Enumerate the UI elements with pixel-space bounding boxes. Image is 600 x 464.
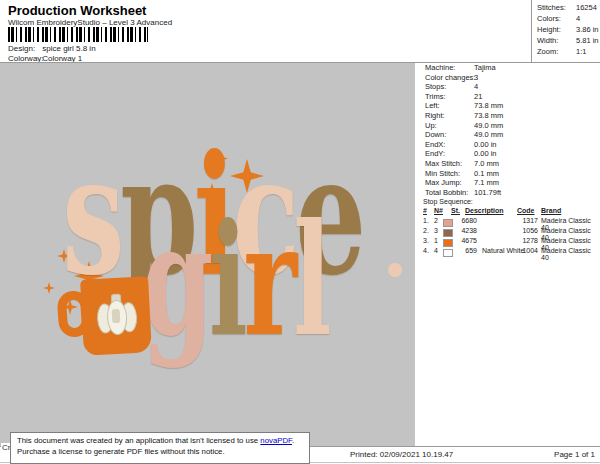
col-brand: Brand: [541, 207, 561, 214]
machine-row: Total Bobbin:101.79ft: [420, 188, 600, 198]
machine-row: Machine:Tajima: [420, 63, 600, 73]
machine-row: EndY:0.00 in: [420, 149, 600, 159]
stat-width: Width:5.81 in: [532, 36, 600, 47]
stop-sequence-table: Stop Sequence: # N# St. Description Code…: [420, 197, 600, 257]
stop-sequence-row: 3. 1 4675 1278 Madeira Classic 40: [420, 237, 600, 247]
stat-colors: Colors:4: [532, 14, 600, 25]
design-letter: i: [209, 189, 244, 369]
design-letter: g: [142, 189, 209, 369]
col-num: #: [423, 207, 427, 214]
design-letter: l: [293, 189, 328, 369]
machine-row: Trims:21: [420, 92, 600, 102]
sparkle-icon: [43, 282, 55, 294]
design-letter: r: [244, 189, 293, 369]
barcode-icon: [8, 27, 148, 42]
stop-sequence-row: 4. 4 659 Natural White 1004 Madeira Clas…: [420, 247, 600, 257]
pumpkin-icon: [93, 293, 139, 335]
machine-row: Right:73.8 mm: [420, 111, 600, 121]
printed-timestamp: Printed: 02/09/2021 10.19.47: [350, 450, 453, 459]
stop-sequence-title-row: Stop Sequence:: [420, 197, 600, 207]
stop-sequence-row: 1. 2 6680 1317 Madeira Classic 40: [420, 217, 600, 227]
machine-row: Left:73.8 mm: [420, 101, 600, 111]
mug-icon: [80, 276, 152, 355]
machine-row: Stops:4: [420, 82, 600, 92]
col-code: Code: [517, 207, 535, 214]
novapdf-notice: This document was created by an applicat…: [10, 432, 310, 464]
col-n: N#: [434, 207, 443, 214]
stop-sequence-header-row: # N# St. Description Code Brand: [420, 207, 600, 217]
machine-row: Down:49.0 mm: [420, 130, 600, 140]
stat-zoom: Zoom:1:1: [532, 47, 600, 58]
col-st: St.: [451, 207, 460, 214]
machine-row: Up:49.0 mm: [420, 121, 600, 131]
machine-row: Color changes:3: [420, 73, 600, 83]
novapdf-link[interactable]: novaPDF: [260, 436, 292, 445]
flourish-dot: [388, 263, 402, 277]
machine-panel: Machine:Tajima Color changes:3 Stops:4 T…: [420, 63, 600, 197]
machine-row: Max Jump:7.1 mm: [420, 178, 600, 188]
machine-row: Max Stitch:7.0 mm: [420, 159, 600, 169]
stat-height: Height:3.86 in: [532, 25, 600, 36]
notice-text-line2: Purchase a license to generate PDF files…: [17, 447, 225, 456]
stop-sequence-title: Stop Sequence:: [423, 198, 473, 205]
design-canvas: spice girl: [0, 63, 415, 446]
app-subtitle: Wilcom EmbroideryStudio – Level 3 Advanc…: [8, 18, 172, 27]
notice-text: This document was created by an applicat…: [17, 436, 260, 445]
machine-row: Min Stitch:0.1 mm: [420, 169, 600, 179]
design-value: spice girl 5.8 in: [42, 44, 95, 53]
stat-stitches: Stitches:16254: [532, 3, 600, 14]
page-number: Page 1 of 1: [554, 450, 595, 459]
design-label: Design:: [8, 44, 40, 53]
page-title: Production Worksheet: [8, 3, 146, 18]
stats-panel: Stitches:16254 Colors:4 Height:3.86 in W…: [531, 0, 600, 62]
stop-sequence-row: 2. 3 4238 1056 Madeira Classic 40: [420, 227, 600, 237]
machine-row: EndX:0.00 in: [420, 140, 600, 150]
production-worksheet-page: Production Worksheet Wilcom EmbroiderySt…: [0, 0, 600, 464]
col-description: Description: [465, 207, 504, 214]
design-row: Design: spice girl 5.8 in: [8, 44, 96, 53]
design-word-girl: girl: [142, 203, 328, 357]
